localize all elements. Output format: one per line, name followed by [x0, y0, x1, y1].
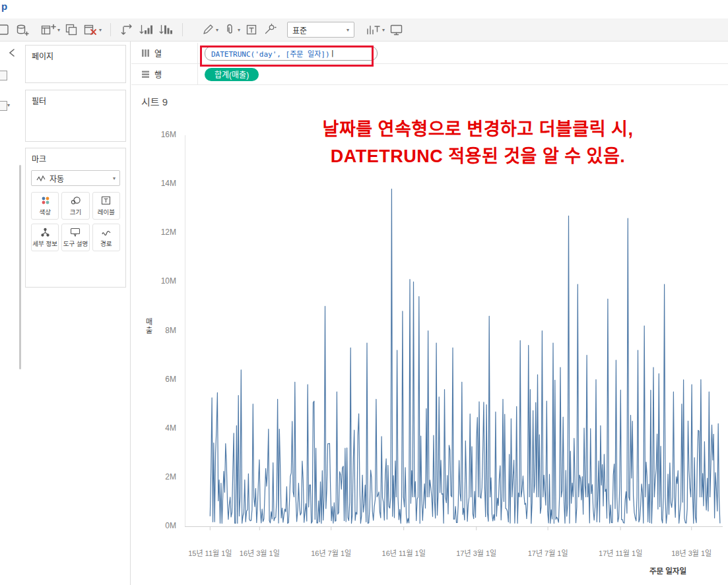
- columns-icon: [141, 49, 150, 57]
- size-icon: [70, 196, 81, 205]
- chevron-down-icon: ▾: [99, 27, 102, 33]
- worksheet-canvas[interactable]: 시트 9 날짜를 연속형으로 변경하고 더블클릭 시, DATETRUNC 적용…: [131, 86, 728, 585]
- text-label-icon: [101, 196, 111, 205]
- color-button[interactable]: 색상: [31, 192, 59, 220]
- y-tick-label: 6M: [149, 375, 176, 384]
- mark-type-value: 자동: [50, 173, 64, 184]
- chevron-down-icon: ▾: [382, 27, 385, 33]
- clear-sheet-icon[interactable]: ▾: [81, 21, 104, 38]
- size-button-label: 크기: [70, 207, 81, 216]
- left-scrollbar[interactable]: [19, 165, 21, 369]
- marks-panel-title: 마크: [26, 148, 125, 167]
- chevron-down-icon: ▾: [238, 27, 240, 33]
- chevron-down-icon: ▾: [216, 27, 218, 33]
- size-button[interactable]: 크기: [61, 192, 89, 220]
- label-button-label: 레이블: [98, 207, 115, 216]
- new-data-source-icon[interactable]: [13, 21, 31, 38]
- pages-shelf-panel[interactable]: 페이지: [25, 45, 126, 83]
- rows-pill-text: 합계(매출): [215, 69, 249, 80]
- rows-icon: [141, 70, 150, 78]
- marks-card-panel: 마크 자동 ▾ 색상 크기 레이블: [25, 148, 126, 288]
- chevron-down-icon: ▾: [347, 27, 349, 33]
- columns-shelf-label: 열: [131, 43, 198, 63]
- path-button-label: 경로: [100, 239, 112, 248]
- clipped-toolbar-icon[interactable]: [0, 21, 13, 38]
- x-tick-label: 16년 7월 1일: [311, 547, 351, 558]
- color-button-label: 색상: [39, 207, 50, 216]
- y-tick-label: 16M: [149, 130, 176, 139]
- text-cursor: |: [331, 49, 335, 57]
- pane-divider: [130, 42, 131, 585]
- fit-dropdown-value: 표준: [292, 24, 307, 36]
- window-title-fragment: p: [1, 1, 7, 12]
- marks-button-grid: 색상 크기 레이블 세부 정보 도구 설명: [26, 187, 125, 256]
- columns-field-editor[interactable]: DATETRUNC('day', [주문 일자])|: [205, 46, 378, 61]
- rows-shelf[interactable]: 행 합계(매출): [131, 64, 728, 85]
- toolbar: ▾ ▾ ▾ ▾: [0, 18, 728, 42]
- toolbar-divider: [182, 23, 183, 36]
- y-tick-label: 4M: [149, 423, 176, 433]
- sort-ascending-icon[interactable]: [136, 21, 156, 38]
- tooltip-button[interactable]: 도구 설명: [61, 224, 89, 251]
- collapsed-data-pane-strip: ▾: [0, 42, 22, 585]
- x-tick-label: 17년 11월 1일: [599, 547, 642, 558]
- y-tick-label: 12M: [149, 228, 176, 237]
- sheet-title: 시트 9: [141, 94, 168, 108]
- sort-descending-icon[interactable]: [156, 21, 176, 38]
- x-tick-label: 16년 3월 1일: [240, 547, 280, 558]
- x-tick-label: 17년 3월 1일: [456, 547, 496, 558]
- line-chart[interactable]: [181, 115, 727, 538]
- x-tick-label: 15년 11월 1일: [188, 547, 232, 558]
- columns-field-text: DATETRUNC('day', [주문 일자]): [211, 48, 330, 59]
- swap-axes-icon[interactable]: [117, 21, 136, 38]
- presentation-mode-icon[interactable]: [387, 21, 407, 38]
- new-worksheet-icon[interactable]: ▾: [38, 21, 62, 38]
- x-tick-label: 17년 7월 1일: [528, 547, 568, 558]
- clipped-pane-icon[interactable]: [0, 71, 7, 80]
- fix-axes-pin-icon[interactable]: [261, 21, 279, 38]
- tooltip-icon: [70, 228, 81, 237]
- x-tick-label: 16년 11월 1일: [382, 547, 426, 558]
- group-members-paperclip-icon[interactable]: ▾: [220, 21, 242, 38]
- highlight-pen-icon[interactable]: ▾: [199, 21, 220, 38]
- fit-dropdown[interactable]: 표준 ▾: [287, 22, 354, 38]
- pages-panel-title: 페이지: [26, 46, 125, 64]
- color-dots-icon: [40, 196, 50, 205]
- chevron-down-icon: ▾: [7, 102, 10, 108]
- show-mark-labels-icon[interactable]: ▾: [362, 21, 387, 38]
- rows-pill[interactable]: 합계(매출): [205, 68, 259, 81]
- label-button[interactable]: 레이블: [92, 192, 120, 220]
- tooltip-button-label: 도구 설명: [63, 239, 88, 248]
- y-tick-label: 0M: [149, 521, 176, 530]
- line-mark-icon: [36, 173, 46, 183]
- detail-icon: [40, 228, 50, 237]
- y-tick-label: 14M: [149, 179, 176, 188]
- duplicate-sheet-icon[interactable]: [62, 21, 81, 38]
- columns-shelf[interactable]: 열 DATETRUNC('day', [주문 일자])|: [131, 43, 728, 64]
- x-tick-label: 18년 3월 1일: [671, 547, 711, 558]
- chevron-down-icon: ▾: [57, 27, 60, 33]
- sales-line-mark[interactable]: [210, 189, 720, 524]
- collapse-pane-button[interactable]: [7, 47, 17, 58]
- chevron-down-icon: ▾: [113, 175, 116, 181]
- clipped-pane-icon[interactable]: [0, 101, 7, 111]
- path-button[interactable]: 경로: [92, 224, 120, 251]
- rows-shelf-text: 행: [154, 69, 162, 80]
- y-tick-label: 10M: [149, 276, 176, 286]
- x-axis-title: 주문 일자일: [185, 565, 723, 576]
- y-tick-label: 2M: [149, 472, 176, 481]
- text-label-icon[interactable]: [242, 21, 261, 38]
- filters-shelf-panel[interactable]: 필터: [25, 90, 126, 142]
- mark-type-dropdown[interactable]: 자동 ▾: [31, 170, 120, 186]
- toolbar-divider: [110, 23, 111, 36]
- title-bar: p: [0, 0, 728, 18]
- filters-panel-title: 필터: [26, 90, 125, 109]
- path-icon: [101, 228, 112, 237]
- columns-shelf-text: 열: [154, 47, 162, 59]
- detail-button-label: 세부 정보: [32, 239, 57, 248]
- y-tick-label: 8M: [149, 326, 176, 335]
- rows-shelf-label: 행: [131, 64, 198, 84]
- detail-button[interactable]: 세부 정보: [31, 224, 59, 251]
